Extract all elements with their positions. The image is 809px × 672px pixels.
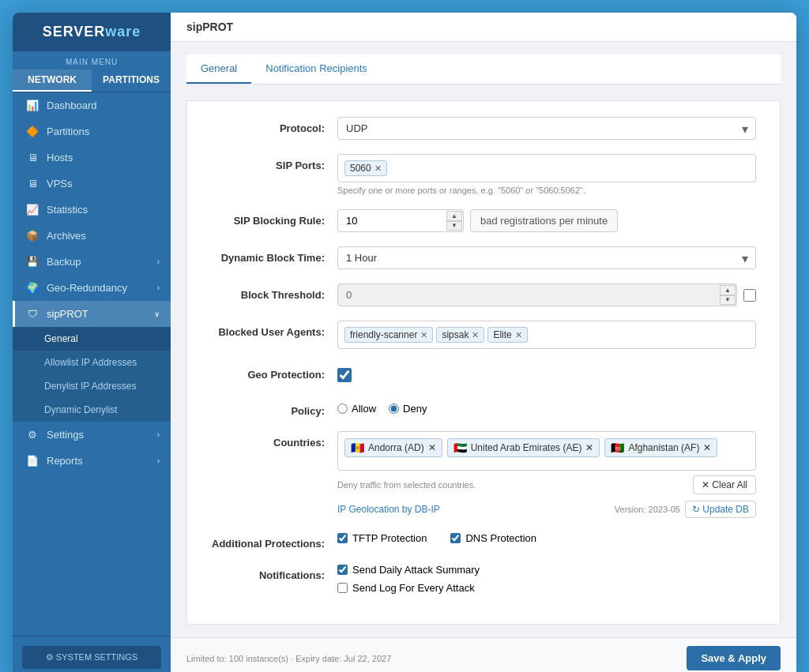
geo-protection-checkbox[interactable] [337, 368, 352, 382]
sidebar-item-archives[interactable]: 📦 Archives [13, 223, 171, 249]
sidebar-item-backup[interactable]: 💾 Backup › [13, 249, 171, 275]
main-content: General Notification Recipients Protocol… [171, 42, 796, 637]
countries-input[interactable]: 🇦🇩 Andorra (AD) ✕ 🇦🇪 United Arab Emirate… [337, 431, 756, 471]
daily-attack-summary-checkbox[interactable] [337, 565, 348, 575]
sidebar-item-statistics[interactable]: 📈 Statistics [13, 197, 171, 223]
tag-remove-sipsak[interactable]: ✕ [472, 330, 479, 340]
content-tabs: General Notification Recipients [186, 54, 781, 84]
sidebar-item-dashboard[interactable]: 📊 Dashboard [13, 92, 171, 118]
partitions-icon: 🔶 [26, 126, 39, 137]
sidebar-footer: ⚙ SYSTEM SETTINGS [13, 636, 171, 672]
main-menu-label: MAIN MENU [13, 51, 171, 69]
statistics-icon: 📈 [26, 204, 39, 216]
logo-highlight: ware [105, 24, 141, 39]
main-panel: sipPROT General Notification Recipients … [171, 13, 796, 672]
dynamic-block-time-select[interactable]: 1 Hour 6 Hours 12 Hours 24 Hours 1 Week [337, 246, 756, 269]
tab-network[interactable]: NETWORK [13, 69, 92, 92]
chevron-right-icon: › [157, 430, 160, 439]
geo-protection-row: Geo Protection: [211, 363, 756, 385]
blocking-suffix-label: bad registrations per minute [470, 209, 618, 232]
threshold-spin-down[interactable]: ▼ [720, 295, 736, 306]
sidebar-item-label: Hosts [47, 152, 73, 163]
threshold-spin-up[interactable]: ▲ [720, 285, 736, 295]
sip-blocking-row: SIP Blocking Rule: ▲ ▼ ba [211, 209, 756, 232]
policy-control: Allow Deny [337, 400, 756, 415]
blocked-user-agents-control: friendly-scanner ✕ sipsak ✕ Elite ✕ [337, 321, 756, 349]
submenu-general[interactable]: General [13, 327, 171, 351]
countries-row: Countries: 🇦🇩 Andorra (AD) ✕ 🇦🇪 [211, 431, 756, 518]
vpss-icon: 🖥 [26, 178, 39, 190]
tab-partitions[interactable]: PARTITIONS [92, 69, 171, 92]
sidebar: SERVERware MAIN MENU NETWORK PARTITIONS … [13, 13, 171, 672]
tftp-protection-checkbox[interactable] [337, 533, 348, 543]
policy-deny-radio[interactable] [389, 404, 399, 414]
log-every-attack-label[interactable]: Send Log For Every Attack [337, 582, 756, 594]
sip-ports-row: SIP Ports: 5060 ✕ Specify one or more po… [211, 154, 756, 195]
country-remove-af[interactable]: ✕ [703, 442, 711, 453]
tab-notification-recipients[interactable]: Notification Recipients [251, 54, 382, 84]
save-apply-button[interactable]: Save & Apply [687, 646, 781, 670]
sip-blocking-inner: ▲ ▼ bad registrations per minute [337, 209, 756, 232]
policy-allow-radio[interactable] [337, 404, 348, 414]
sidebar-item-label: Statistics [47, 204, 88, 216]
geo-protection-control [337, 363, 756, 385]
sip-ports-helper: Specify one or more ports or ranges, e.g… [337, 186, 756, 195]
country-tag-ad: 🇦🇩 Andorra (AD) ✕ [344, 438, 442, 457]
blocked-user-agents-input[interactable]: friendly-scanner ✕ sipsak ✕ Elite ✕ [337, 321, 756, 349]
sidebar-item-label: Dashboard [47, 99, 97, 111]
sip-ports-tag-input[interactable]: 5060 ✕ [337, 154, 756, 182]
submenu-allowlist[interactable]: Allowlist IP Addresses [13, 351, 171, 374]
policy-allow-label[interactable]: Allow [337, 403, 376, 415]
protocol-label: Protocol: [211, 117, 337, 134]
geoloc-link[interactable]: IP Geolocation by DB-IP [337, 504, 440, 515]
sidebar-item-geo-redundancy[interactable]: 🌍 Geo-Redundancy › [13, 275, 171, 301]
user-agent-tag-sipsak: sipsak ✕ [436, 327, 484, 343]
sip-ports-label: SIP Ports: [211, 154, 337, 171]
sipprot-icon: 🛡 [26, 308, 39, 320]
update-db-button[interactable]: ↻ Update DB [685, 501, 756, 518]
submenu-dynamic-denylist[interactable]: Dynamic Denylist [13, 398, 171, 422]
tftp-protection-label[interactable]: TFTP Protection [337, 532, 427, 544]
clear-all-button[interactable]: ✕ Clear All [693, 475, 756, 494]
blocked-user-agents-row: Blocked User Agents: friendly-scanner ✕ … [211, 321, 756, 349]
sidebar-item-settings[interactable]: ⚙ Settings › [13, 422, 171, 448]
policy-deny-label[interactable]: Deny [389, 403, 427, 415]
sidebar-item-vpss[interactable]: 🖥 VPSs [13, 171, 171, 197]
spin-down-button[interactable]: ▼ [446, 221, 462, 231]
sidebar-item-label: Geo-Redundancy [47, 282, 127, 294]
sidebar-item-hosts[interactable]: 🖥 Hosts [13, 145, 171, 171]
chevron-right-icon: › [157, 456, 160, 465]
deny-traffic-text: Deny traffic from selected countries. [337, 480, 476, 490]
tab-general[interactable]: General [186, 54, 251, 84]
system-settings-button[interactable]: ⚙ SYSTEM SETTINGS [22, 646, 161, 669]
protocol-select[interactable]: UDP TCP TLS [337, 117, 756, 140]
dns-protection-checkbox[interactable] [450, 533, 461, 543]
tag-remove-friendly[interactable]: ✕ [420, 330, 427, 340]
spin-up-button[interactable]: ▲ [446, 211, 462, 221]
sip-port-tag-remove[interactable]: ✕ [374, 163, 382, 174]
block-threshold-checkbox[interactable] [743, 289, 756, 302]
log-every-attack-checkbox[interactable] [337, 583, 348, 593]
country-remove-ae[interactable]: ✕ [585, 442, 593, 453]
form-section: Protocol: UDP TCP TLS [186, 100, 781, 625]
chevron-right-icon: › [157, 257, 160, 266]
sidebar-item-reports[interactable]: 📄 Reports › [13, 448, 171, 474]
sidebar-item-partitions[interactable]: 🔶 Partitions [13, 118, 171, 145]
country-remove-ad[interactable]: ✕ [428, 442, 436, 453]
tag-remove-elite[interactable]: ✕ [515, 330, 522, 340]
sidebar-item-label: Reports [47, 455, 83, 467]
blocked-user-agents-label: Blocked User Agents: [211, 321, 337, 338]
archives-icon: 📦 [26, 230, 39, 242]
block-threshold-input[interactable] [337, 283, 737, 306]
daily-attack-summary-label[interactable]: Send Daily Attack Summary [337, 564, 756, 576]
sidebar-item-sipprot[interactable]: 🛡 sipPROT ∨ [13, 301, 171, 327]
backup-icon: 💾 [26, 256, 39, 268]
submenu-denylist[interactable]: Denylist IP Addresses [13, 374, 171, 398]
country-tag-ae: 🇦🇪 United Arab Emirates (AE) ✕ [447, 438, 600, 457]
dns-protection-label[interactable]: DNS Protection [450, 532, 536, 544]
sip-blocking-input[interactable] [337, 209, 464, 232]
threshold-input-wrap: ▲ ▼ [337, 283, 737, 306]
user-agent-tag-elite: Elite ✕ [487, 327, 527, 343]
sidebar-item-label: Archives [47, 230, 86, 242]
sipprot-submenu: General Allowlist IP Addresses Denylist … [13, 327, 171, 422]
